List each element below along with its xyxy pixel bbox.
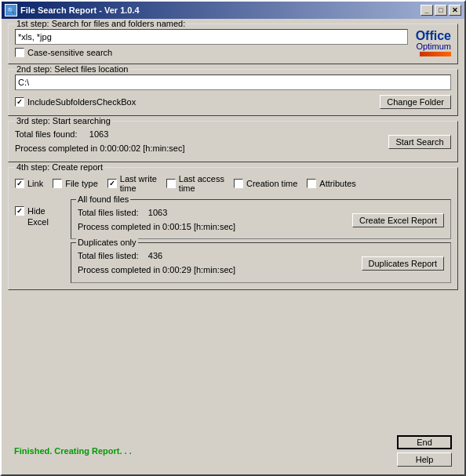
start-search-button[interactable]: Start Search xyxy=(388,135,451,149)
link-label: Link xyxy=(27,179,43,188)
office-name: Office xyxy=(416,30,451,42)
create-excel-button[interactable]: Create Excel Report xyxy=(352,213,444,227)
minimize-button[interactable]: _ xyxy=(420,5,433,16)
creation-checkbox[interactable] xyxy=(234,179,243,188)
hide-excel-checkbox[interactable]: ✓ xyxy=(15,206,24,216)
search-input[interactable] xyxy=(15,29,408,45)
excel-label: Excel xyxy=(27,216,49,227)
all-process-label: Process completed in 0:00:15 [h:min:sec] xyxy=(78,220,235,234)
case-sensitive-checkbox[interactable] xyxy=(15,48,24,57)
step1-label: 1st step: Search for files and folders n… xyxy=(15,19,187,28)
attributes-label: Attributes xyxy=(319,179,355,188)
step4-label: 4th step: Create report xyxy=(15,162,104,172)
duplicates-report-button[interactable]: Duplicates Report xyxy=(362,256,444,271)
lastaccess-label: Last accesstime xyxy=(179,174,224,193)
step2-group: 2nd step: Select files location ✓ Includ… xyxy=(8,69,458,116)
lastwrite-label: Last writetime xyxy=(120,174,157,193)
end-button[interactable]: End xyxy=(397,435,452,449)
office-logo: Office Optimum xyxy=(416,30,451,56)
folder-path-input[interactable] xyxy=(15,74,451,90)
filetype-label: File type xyxy=(65,179,98,188)
total-files-label: Total files found: xyxy=(15,129,78,139)
include-subfolders-label: IncludeSubfoldersCheckBox xyxy=(27,97,136,107)
bottom-area: Finished. Creating Report. . . End Help xyxy=(8,432,458,470)
hide-label: Hide xyxy=(27,205,49,216)
office-bar xyxy=(420,52,451,56)
dup-process-label: Process completed in 0:00:29 [h:min:sec] xyxy=(78,263,235,278)
duplicates-label: Duplicates only xyxy=(76,238,138,247)
process-label: Process completed in 0:00:00:02 [h:min:s… xyxy=(15,142,184,156)
bottom-buttons: End Help xyxy=(397,435,452,467)
help-button[interactable]: Help xyxy=(397,452,452,467)
link-checkbox[interactable]: ✓ xyxy=(15,179,24,188)
step3-group: 3rd step: Start searching Total files fo… xyxy=(8,121,458,162)
all-total-value: 1063 xyxy=(148,208,167,217)
app-icon: 🔍 xyxy=(5,4,17,16)
status-text: Finished. Creating Report. . . xyxy=(14,446,132,456)
creation-label: Creation time xyxy=(246,179,297,188)
step1-group: 1st step: Search for files and folders n… xyxy=(8,24,458,64)
filetype-checkbox[interactable] xyxy=(53,179,62,188)
office-sub: Optimum xyxy=(416,42,451,51)
all-total-label: Total files listed: xyxy=(78,208,139,217)
dup-total-label: Total files listed: xyxy=(78,251,139,260)
duplicates-panel: Duplicates only Total files listed: 436 … xyxy=(71,242,451,282)
dup-total-value: 436 xyxy=(148,251,162,260)
maximize-button[interactable]: □ xyxy=(435,5,447,16)
window-title: File Search Report - Ver 1.0.4 xyxy=(20,5,140,15)
lastwrite-checkbox[interactable]: ✓ xyxy=(107,179,117,188)
content-area: 1st step: Search for files and folders n… xyxy=(2,19,464,474)
change-folder-button[interactable]: Change Folder xyxy=(380,95,451,109)
step3-label: 3rd step: Start searching xyxy=(15,116,112,125)
step4-group: 4th step: Create report ✓ Link File type xyxy=(8,167,458,289)
close-button[interactable]: ✕ xyxy=(449,5,461,16)
title-bar: 🔍 File Search Report - Ver 1.0.4 _ □ ✕ xyxy=(2,2,464,19)
all-found-files-panel: All found files Total files listed: 1063… xyxy=(71,199,451,239)
title-buttons: _ □ ✕ xyxy=(420,5,461,16)
include-subfolders-checkbox[interactable]: ✓ xyxy=(15,97,24,107)
main-window: 🔍 File Search Report - Ver 1.0.4 _ □ ✕ 1… xyxy=(0,0,466,476)
total-files-value: 1063 xyxy=(89,129,108,139)
case-sensitive-label: Case-sensitive search xyxy=(27,48,112,57)
step2-label: 2nd step: Select files location xyxy=(15,64,129,74)
all-found-label: All found files xyxy=(76,194,130,204)
step3-info: Total files found: 1063 Process complete… xyxy=(15,128,184,155)
lastaccess-checkbox[interactable] xyxy=(166,179,176,188)
attributes-checkbox[interactable] xyxy=(307,179,316,188)
